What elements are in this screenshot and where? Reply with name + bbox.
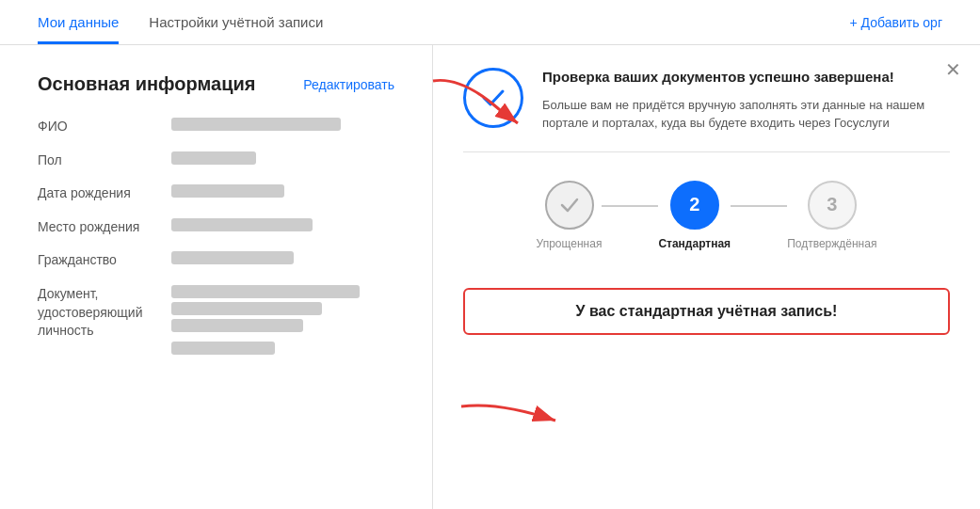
field-label-dob: Дата рождения — [38, 184, 160, 203]
step-check-icon — [558, 194, 581, 216]
blurred-value — [171, 118, 341, 131]
blurred-value — [171, 302, 322, 315]
field-value-citizenship — [171, 251, 394, 264]
field-value-dob — [171, 184, 394, 198]
section-header: Основная информация Редактировать — [38, 73, 394, 95]
field-value-document — [171, 285, 394, 355]
blurred-value — [171, 218, 313, 231]
right-panel: ✕ Проверка ваших документов успешно зав — [433, 45, 980, 509]
blurred-value — [171, 184, 284, 198]
field-label-document: Документ,удостоверяющийличность — [38, 285, 160, 341]
step-circle-1 — [545, 181, 594, 230]
tabs: Мои данные Настройки учётной записи — [38, 1, 323, 44]
arrow-to-notice — [452, 392, 574, 453]
step-label-2: Стандартная — [658, 237, 731, 250]
blurred-value — [171, 251, 294, 264]
verification-block: Проверка ваших документов успешно заверш… — [463, 68, 950, 152]
field-label-fio: ФИО — [38, 118, 160, 136]
step-standard: 2 Стандартная — [658, 181, 731, 250]
table-row: Документ,удостоверяющийличность — [38, 285, 394, 355]
verification-text: Проверка ваших документов успешно заверш… — [542, 68, 950, 133]
field-value-birthplace — [171, 218, 394, 231]
blurred-value — [171, 151, 256, 165]
step-label-3: Подтверждённая — [787, 237, 876, 250]
step-circle-3: 3 — [808, 181, 857, 230]
verification-title: Проверка ваших документов успешно заверш… — [542, 68, 950, 87]
field-value-fio — [171, 118, 394, 131]
header: Мои данные Настройки учётной записи + До… — [0, 0, 980, 45]
field-label-birthplace: Место рождения — [38, 218, 160, 237]
blurred-value — [171, 285, 360, 298]
field-label-gender: Пол — [38, 151, 160, 170]
step-label-1: Упрощенная — [537, 237, 602, 250]
blurred-value — [171, 342, 275, 355]
edit-link[interactable]: Редактировать — [303, 77, 394, 92]
check-circle — [463, 68, 523, 128]
verification-desc: Больше вам не придётся вручную заполнять… — [542, 96, 950, 133]
close-button[interactable]: ✕ — [945, 60, 961, 79]
table-row: Дата рождения — [38, 184, 394, 203]
table-row: Пол — [38, 151, 394, 170]
table-row: ФИО — [38, 118, 394, 136]
step-simplified: Упрощенная — [537, 181, 602, 250]
step-connector-1 — [602, 205, 658, 207]
bottom-notice: У вас стандартная учётная запись! — [463, 288, 950, 335]
checkmark-icon — [478, 83, 508, 113]
step-confirmed: 3 Подтверждённая — [787, 181, 876, 250]
section-title: Основная информация — [38, 73, 255, 95]
blurred-value — [171, 319, 303, 332]
steps-block: Упрощенная 2 Стандартная 3 Подтверждённа… — [463, 171, 950, 269]
info-table: ФИО Пол Дата рождения Мест — [38, 118, 394, 355]
field-label-citizenship: Гражданство — [38, 251, 160, 270]
add-org-button[interactable]: + Добавить орг — [849, 15, 942, 30]
step-circle-2: 2 — [670, 181, 719, 230]
tab-account-settings[interactable]: Настройки учётной записи — [149, 1, 323, 44]
tab-my-data[interactable]: Мои данные — [38, 1, 119, 44]
table-row: Место рождения — [38, 218, 394, 237]
step-connector-2 — [731, 205, 787, 207]
field-value-gender — [171, 151, 394, 165]
left-panel: Основная информация Редактировать ФИО По… — [0, 45, 433, 509]
table-row: Гражданство — [38, 251, 394, 270]
main-content: Основная информация Редактировать ФИО По… — [0, 45, 980, 509]
